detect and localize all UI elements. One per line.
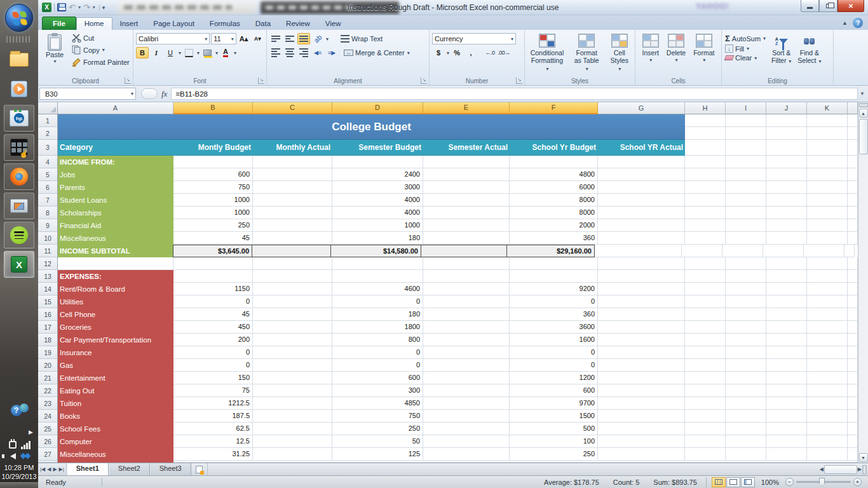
cell[interactable] — [807, 372, 848, 384]
cell[interactable] — [807, 232, 848, 245]
align-center-button[interactable] — [283, 47, 296, 58]
cell-label[interactable]: Books — [58, 410, 173, 423]
cell[interactable] — [598, 372, 685, 384]
cell[interactable] — [804, 245, 844, 257]
row-header-8[interactable]: 8 — [38, 207, 58, 219]
taskbar-clock[interactable]: 10:28 PM 10/29/2013 — [1, 463, 36, 481]
minimize-button[interactable] — [801, 0, 819, 12]
column-header-E[interactable]: E — [423, 102, 510, 114]
cell[interactable] — [253, 207, 332, 219]
dropbox-icon[interactable] — [21, 452, 30, 461]
taskbar-item-firefox[interactable] — [4, 163, 34, 190]
cell-value-F23[interactable]: 9700 — [510, 397, 598, 410]
cell[interactable] — [685, 359, 726, 372]
cell-value-B5[interactable]: 600 — [173, 168, 253, 181]
zoom-track[interactable] — [796, 481, 851, 483]
taskbar-item-touchsmart[interactable]: ☝ — [4, 134, 34, 161]
row-header-22[interactable]: 22 — [38, 384, 58, 397]
row-header-5[interactable]: 5 — [38, 168, 58, 181]
cell[interactable] — [766, 219, 807, 232]
insert-function-icon[interactable]: fx — [158, 89, 171, 99]
horizontal-scroll-thumb[interactable] — [824, 465, 857, 474]
cell[interactable] — [766, 384, 807, 397]
scroll-up-icon[interactable]: ▲ — [859, 109, 868, 118]
cell-category-header[interactable]: Category — [58, 140, 173, 156]
cell[interactable] — [766, 114, 807, 140]
expand-formula-bar-icon[interactable]: ▼ — [858, 91, 867, 97]
cell-value-F21[interactable]: 1200 — [510, 372, 598, 384]
cell[interactable] — [807, 156, 848, 168]
format-cells-button[interactable]: Format▾ — [691, 32, 717, 76]
network-signal-icon[interactable] — [21, 441, 31, 449]
row-header-6[interactable]: 6 — [38, 181, 58, 194]
scroll-left-icon[interactable]: ◀ — [820, 466, 824, 472]
scroll-down-icon[interactable]: ▼ — [859, 453, 868, 462]
name-box[interactable]: B30▾ — [39, 88, 136, 100]
cell[interactable] — [253, 257, 332, 270]
font-dialog-launcher[interactable]: ↘ — [258, 78, 264, 84]
row-header-25[interactable]: 25 — [38, 423, 58, 435]
cell[interactable] — [807, 295, 848, 308]
cell-value-D17[interactable]: 1800 — [332, 321, 423, 334]
cell-value-F10[interactable]: 360 — [510, 232, 598, 245]
font-color-button[interactable]: A — [219, 47, 232, 58]
tab-review[interactable]: Review — [278, 18, 318, 30]
copy-button[interactable]: Copy▾ — [70, 44, 132, 56]
cell[interactable] — [510, 156, 598, 168]
cell-value-F8[interactable]: 8000 — [510, 207, 598, 219]
cell[interactable] — [766, 308, 807, 321]
taskbar-item-hp[interactable]: ▲▲hp — [4, 105, 34, 132]
cell[interactable] — [253, 308, 332, 321]
align-bottom-button[interactable] — [297, 33, 310, 44]
cell[interactable] — [807, 448, 848, 461]
cell-label[interactable]: Miscellaneous — [58, 448, 173, 461]
cell-value-D16[interactable]: 180 — [332, 308, 423, 321]
row-header-9[interactable]: 9 — [38, 219, 58, 232]
cell[interactable] — [807, 397, 848, 410]
cell[interactable] — [423, 321, 510, 334]
prev-sheet-icon[interactable]: ◀ — [47, 466, 51, 472]
cell-value-B18[interactable]: 200 — [173, 334, 253, 346]
column-header-F[interactable]: F — [510, 102, 598, 114]
cell-value-D23[interactable]: 4850 — [332, 397, 423, 410]
cell-value-D20[interactable]: 0 — [332, 359, 423, 372]
cell-value-D10[interactable]: 180 — [332, 232, 423, 245]
cell-label[interactable]: Insurance — [58, 346, 173, 359]
fill-color-button[interactable] — [201, 47, 214, 58]
cell-value-F22[interactable]: 600 — [510, 384, 598, 397]
decrease-indent-button[interactable]: ◀≡ — [311, 47, 324, 58]
align-right-button[interactable] — [297, 47, 310, 58]
cell[interactable] — [685, 207, 726, 219]
cell[interactable] — [726, 410, 766, 423]
cell[interactable] — [423, 372, 510, 384]
cell-value-F5[interactable]: 4800 — [510, 168, 598, 181]
sort-filter-button[interactable]: AZ Sort &Filter ▾ — [769, 32, 794, 76]
delete-cells-button[interactable]: Delete▾ — [664, 32, 688, 76]
cell[interactable] — [685, 448, 726, 461]
cell-value-D8[interactable]: 4000 — [332, 207, 423, 219]
cell-value-B17[interactable]: 450 — [173, 321, 253, 334]
cell-value-B23[interactable]: 1212.5 — [173, 397, 253, 410]
taskbar-item-excel[interactable] — [4, 251, 34, 278]
align-left-button[interactable] — [269, 47, 282, 58]
cell[interactable] — [253, 359, 332, 372]
cell-col-title-B[interactable]: Montly Budget — [173, 140, 253, 156]
cell[interactable] — [685, 114, 726, 140]
show-desktop-button[interactable] — [0, 482, 38, 488]
cell-label[interactable]: Tuition — [58, 397, 173, 410]
page-break-view-button[interactable] — [741, 477, 755, 487]
accounting-format-dropdown[interactable]: ▾ — [447, 50, 449, 56]
cell[interactable] — [766, 194, 807, 207]
cut-button[interactable]: Cut — [70, 32, 132, 44]
cell[interactable] — [423, 384, 510, 397]
cell[interactable] — [807, 435, 848, 448]
cell-value-F17[interactable]: 3600 — [510, 321, 598, 334]
cell-value-F7[interactable]: 8000 — [510, 194, 598, 207]
cell-value-D18[interactable]: 800 — [332, 334, 423, 346]
cell-label[interactable]: School Fees — [58, 423, 173, 435]
font-name-combo[interactable]: Calibri▾ — [136, 33, 210, 44]
name-box-dropdown[interactable]: ▾ — [131, 91, 133, 97]
cell[interactable] — [766, 410, 807, 423]
cell[interactable] — [253, 334, 332, 346]
cell[interactable] — [766, 283, 807, 295]
